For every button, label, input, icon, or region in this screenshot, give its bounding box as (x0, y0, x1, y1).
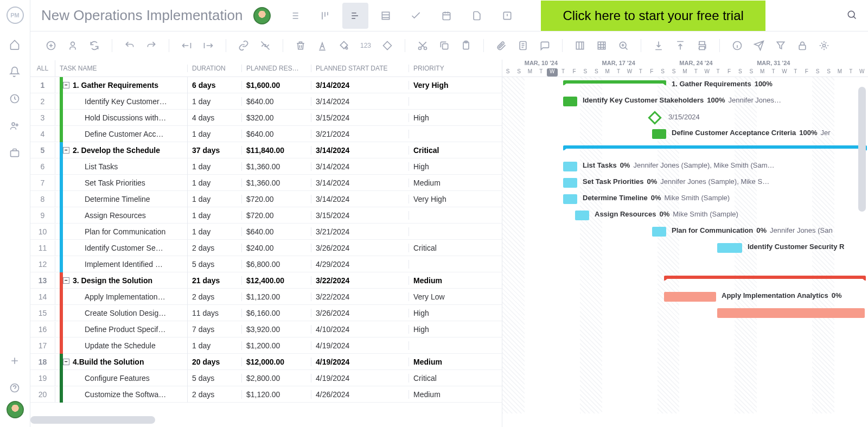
priority-cell[interactable]: Medium (409, 179, 473, 187)
risks-view-icon[interactable] (494, 3, 520, 29)
lock-icon[interactable] (795, 38, 810, 53)
task-row[interactable]: 9Assign Resources1 day$720.003/15/2024 (30, 207, 502, 224)
info-icon[interactable] (730, 38, 745, 53)
col-header-duration[interactable]: DURATION (188, 65, 242, 72)
import-icon[interactable] (651, 38, 666, 53)
task-row[interactable]: 7Set Task Priorities1 day$1,360.003/14/2… (30, 175, 502, 191)
resources-cell[interactable]: $12,000.00 (242, 358, 311, 366)
task-name-cell[interactable]: Define Product Specif… (55, 321, 188, 337)
task-row[interactable]: 20Customize the Softwa…2 days$1,120.004/… (30, 386, 502, 403)
gantt-bar[interactable] (563, 194, 577, 204)
link-icon[interactable] (236, 38, 251, 53)
resources-cell[interactable]: $12,400.00 (242, 276, 311, 285)
zoom-icon[interactable] (616, 38, 631, 53)
app-logo[interactable]: PM (7, 7, 24, 24)
duration-cell[interactable]: 5 days (188, 374, 242, 383)
project-title[interactable]: New Operations Implementation (41, 7, 242, 24)
milestone-icon[interactable] (380, 38, 395, 53)
search-icon[interactable] (846, 9, 857, 22)
task-name-cell[interactable]: Configure Features (55, 370, 188, 386)
dashboard-view-icon[interactable] (403, 3, 429, 29)
settings-icon[interactable] (816, 38, 832, 53)
date-cell[interactable]: 3/21/2024 (311, 227, 409, 236)
col-header-priority[interactable]: PRIORITY (409, 65, 473, 72)
task-row[interactable]: 10Plan for Communication1 day$640.003/21… (30, 224, 502, 240)
priority-cell[interactable]: Very Low (409, 292, 473, 301)
date-cell[interactable]: 4/10/2024 (311, 325, 409, 334)
task-name-cell[interactable]: Apply Implementation… (55, 289, 188, 305)
col-header-all[interactable]: ALL (30, 60, 55, 77)
gantt-bar[interactable] (563, 97, 577, 106)
duration-cell[interactable]: 1 day (188, 130, 242, 138)
undo-icon[interactable] (122, 38, 137, 53)
gantt-bar[interactable] (563, 178, 577, 188)
duration-cell[interactable]: 6 days (188, 81, 242, 90)
task-name-cell[interactable]: Define Customer Acc… (55, 126, 188, 142)
duration-cell[interactable]: 2 days (188, 390, 242, 399)
task-name-cell[interactable]: Update the Schedule (55, 337, 188, 354)
date-cell[interactable]: 4/19/2024 (311, 358, 409, 366)
task-row[interactable]: 16Define Product Specif…7 days$3,920.004… (30, 321, 502, 337)
col-header-start[interactable]: PLANNED START DATE (311, 65, 409, 72)
resources-cell[interactable]: $720.00 (242, 211, 311, 220)
sheet-view-icon[interactable] (373, 3, 399, 29)
gantt-bar[interactable] (717, 308, 865, 318)
priority-cell[interactable]: High (409, 325, 473, 334)
task-name-cell[interactable]: Identify Key Customer… (55, 93, 188, 110)
duration-cell[interactable]: 21 days (188, 276, 242, 285)
task-name-cell[interactable]: Set Task Priorities (55, 175, 188, 191)
paste-icon[interactable] (458, 38, 474, 53)
text-color-icon[interactable] (315, 38, 330, 53)
priority-cell[interactable]: Medium (409, 390, 473, 399)
free-trial-button[interactable]: Click here to start your free trial (541, 1, 765, 31)
task-row[interactable]: 5−2. Develop the Schedule37 days$11,840.… (30, 142, 502, 158)
collapse-icon[interactable]: − (63, 82, 69, 88)
horizontal-scrollbar[interactable] (30, 416, 155, 424)
priority-cell[interactable]: High (409, 162, 473, 171)
task-row[interactable]: 8Determine Timeline1 day$720.003/14/2024… (30, 191, 502, 207)
cut-icon[interactable] (415, 38, 430, 53)
priority-cell[interactable]: Very High (409, 81, 473, 90)
filter-icon[interactable] (773, 38, 788, 53)
priority-cell[interactable]: Critical (409, 244, 473, 252)
date-cell[interactable]: 3/14/2024 (311, 179, 409, 187)
home-icon[interactable] (9, 39, 21, 51)
task-name-cell[interactable]: Identify Customer Se… (55, 240, 188, 256)
duration-cell[interactable]: 7 days (188, 325, 242, 334)
date-cell[interactable]: 3/15/2024 (311, 211, 409, 220)
duration-cell[interactable]: 2 days (188, 244, 242, 252)
duration-cell[interactable]: 11 days (188, 309, 242, 317)
gantt-view-icon[interactable] (342, 3, 368, 29)
resources-cell[interactable]: $1,360.00 (242, 179, 311, 187)
task-row[interactable]: 11Identify Customer Se…2 days$240.003/26… (30, 240, 502, 256)
columns-icon[interactable] (572, 38, 588, 53)
add-task-icon[interactable] (43, 38, 59, 53)
priority-cell[interactable]: Medium (409, 276, 473, 285)
resources-cell[interactable]: $640.00 (242, 130, 311, 138)
priority-cell[interactable]: High (409, 113, 473, 122)
attach-icon[interactable] (494, 38, 509, 53)
date-cell[interactable]: 3/14/2024 (311, 162, 409, 171)
resources-cell[interactable]: $2,800.00 (242, 374, 311, 383)
gantt-bar[interactable] (664, 276, 866, 281)
task-row[interactable]: 18−4.Build the Solution20 days$12,000.00… (30, 354, 502, 370)
recent-icon[interactable] (9, 93, 21, 105)
date-cell[interactable]: 4/26/2024 (311, 390, 409, 399)
unlink-icon[interactable] (258, 38, 273, 53)
task-row[interactable]: 19Configure Features5 days$2,800.004/19/… (30, 370, 502, 386)
help-icon[interactable] (9, 383, 21, 394)
task-row[interactable]: 6List Tasks1 day$1,360.003/14/2024High (30, 158, 502, 175)
date-cell[interactable]: 3/21/2024 (311, 130, 409, 138)
resources-cell[interactable]: $6,160.00 (242, 309, 311, 317)
gantt-bar[interactable] (664, 292, 716, 302)
grid-icon[interactable] (594, 38, 609, 53)
task-row[interactable]: 12Implement Identified …5 days$6,800.004… (30, 256, 502, 272)
redo-icon[interactable] (144, 38, 159, 53)
task-name-cell[interactable]: Implement Identified … (55, 256, 188, 272)
priority-cell[interactable]: Critical (409, 146, 473, 155)
task-name-cell[interactable]: Hold Discussions with… (55, 110, 188, 126)
priority-cell[interactable]: Critical (409, 374, 473, 383)
resources-cell[interactable]: $11,840.00 (242, 146, 311, 155)
collapse-icon[interactable]: − (63, 359, 69, 365)
collapse-icon[interactable]: − (63, 147, 69, 154)
